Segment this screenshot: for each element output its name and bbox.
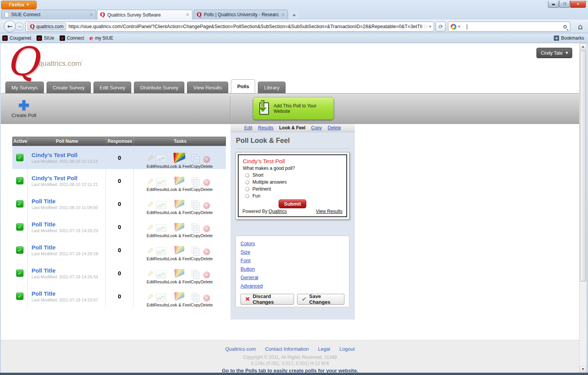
- panel-link-copy[interactable]: Copy: [311, 125, 322, 131]
- tab-my-surveys[interactable]: My Surveys: [5, 82, 44, 93]
- task-results[interactable]: Results: [154, 287, 168, 307]
- panel-link-look-feel[interactable]: Look & Feel: [279, 125, 305, 131]
- active-checkbox[interactable]: [16, 293, 23, 300]
- task-results[interactable]: Results: [154, 218, 168, 238]
- vertical-scrollbar[interactable]: ▲ ▼: [579, 43, 586, 373]
- reload-button[interactable]: ⟳: [436, 22, 446, 32]
- task-copy[interactable]: Copy: [190, 218, 200, 238]
- task-results[interactable]: Results: [154, 264, 168, 284]
- firefox-menu-button[interactable]: Firefox ▼: [1, 1, 37, 9]
- task-look-feel[interactable]: Look & Feel: [168, 241, 191, 261]
- browser-tab-siue-connect[interactable]: SIUE Connect ✕: [2, 10, 96, 19]
- task-delete[interactable]: Delete: [200, 287, 213, 307]
- settings-link-size[interactable]: Size: [241, 249, 344, 255]
- close-button[interactable]: ✕: [570, 1, 586, 8]
- settings-link-font[interactable]: Font: [241, 258, 344, 263]
- tab-close-icon[interactable]: ✕: [281, 12, 285, 17]
- tab-polls[interactable]: Polls: [231, 79, 255, 93]
- task-edit[interactable]: Edit: [147, 241, 154, 261]
- tab-create-survey[interactable]: Create Survey: [47, 82, 91, 93]
- forward-button[interactable]: →: [15, 22, 23, 31]
- task-copy[interactable]: Copy: [190, 287, 200, 307]
- poll-name-link[interactable]: Poll Title: [32, 290, 105, 297]
- tab-distribute-survey[interactable]: Distribute Survey: [134, 82, 184, 93]
- scroll-down-icon[interactable]: ▼: [580, 366, 586, 372]
- search-engine-dropdown-icon[interactable]: ▼: [458, 25, 460, 28]
- search-magnifier-icon[interactable]: [563, 25, 567, 28]
- panel-link-edit[interactable]: Edit: [244, 125, 252, 131]
- task-look-feel[interactable]: Look & Feel: [168, 264, 191, 284]
- back-button[interactable]: ←: [4, 20, 16, 32]
- tab-close-icon[interactable]: ✕: [90, 12, 93, 17]
- active-checkbox[interactable]: [16, 270, 23, 277]
- google-search-icon[interactable]: [451, 24, 456, 30]
- task-look-feel[interactable]: Look & Feel: [168, 172, 191, 192]
- panel-link-delete[interactable]: Delete: [328, 125, 341, 131]
- home-button[interactable]: ⌂: [575, 21, 585, 32]
- create-poll-button[interactable]: Create Poll: [6, 97, 42, 121]
- task-delete[interactable]: Delete: [200, 218, 213, 238]
- scroll-up-icon[interactable]: ▲: [580, 44, 586, 50]
- maximize-button[interactable]: ❐: [559, 1, 570, 8]
- search-box[interactable]: ▼: [448, 22, 570, 32]
- new-tab-button[interactable]: +: [289, 11, 299, 19]
- task-edit[interactable]: Edit: [147, 264, 154, 284]
- submit-button[interactable]: Submit: [279, 199, 306, 208]
- poll-name-link[interactable]: Cindy's Test Poll: [32, 175, 105, 181]
- scrollbar-thumb[interactable]: [580, 50, 586, 281]
- bookmark-star-icon[interactable]: ☆: [423, 23, 428, 30]
- radio-button[interactable]: [245, 187, 249, 191]
- url-dropdown-icon[interactable]: ▼: [429, 25, 431, 28]
- bookmark-my-siue[interactable]: e my SIUE: [89, 35, 113, 41]
- task-edit[interactable]: Edit: [147, 218, 154, 238]
- footer-link-logout[interactable]: Logout: [339, 346, 355, 352]
- task-results[interactable]: Results: [154, 195, 168, 215]
- radio-button[interactable]: [245, 173, 249, 177]
- panel-link-results[interactable]: Results: [258, 125, 273, 131]
- poll-name-link[interactable]: Cindy's Test Poll: [32, 152, 105, 158]
- task-results[interactable]: Results: [154, 149, 168, 169]
- task-look-feel[interactable]: Look & Feel: [168, 218, 191, 238]
- task-edit[interactable]: Edit: [147, 172, 154, 192]
- radio-button[interactable]: [245, 180, 249, 184]
- preview-option[interactable]: Short: [245, 172, 342, 178]
- task-delete[interactable]: Delete: [200, 172, 213, 192]
- active-checkbox[interactable]: [16, 246, 23, 254]
- active-checkbox[interactable]: [16, 223, 23, 231]
- task-results[interactable]: Results: [154, 172, 168, 192]
- active-checkbox[interactable]: [16, 177, 23, 184]
- task-copy[interactable]: Copy: [190, 195, 200, 215]
- task-delete[interactable]: Delete: [200, 241, 213, 261]
- add-poll-to-website-button[interactable]: Add This Poll to Your Website: [253, 97, 334, 120]
- poll-name-link[interactable]: Poll Title: [32, 198, 105, 204]
- task-look-feel[interactable]: Look & Feel: [168, 195, 191, 215]
- task-edit[interactable]: Edit: [147, 195, 154, 215]
- poll-name-link[interactable]: Poll Title: [32, 244, 105, 251]
- poll-name-link[interactable]: Poll Title: [32, 267, 105, 274]
- task-edit[interactable]: Edit: [147, 287, 154, 307]
- radio-button[interactable]: [245, 194, 249, 198]
- task-edit[interactable]: Edit: [147, 149, 154, 169]
- url-bar[interactable]: Q qualtrics.com https://siue.qualtrics.c…: [25, 22, 434, 32]
- view-results-link[interactable]: View Results: [316, 209, 342, 214]
- settings-link-button[interactable]: Button: [241, 266, 344, 272]
- settings-link-advanced[interactable]: Advanced: [241, 283, 344, 289]
- task-results[interactable]: Results: [154, 241, 168, 261]
- footer-link-legal[interactable]: Legal: [318, 346, 330, 352]
- site-identity-chip[interactable]: Q qualtrics.com: [27, 23, 66, 30]
- bookmark-connect[interactable]: e Connect: [60, 35, 84, 41]
- tab-view-results[interactable]: View Results: [187, 82, 228, 93]
- footer-link-contact[interactable]: Contact Information: [265, 346, 309, 352]
- task-look-feel[interactable]: Look & Feel: [168, 287, 191, 307]
- preview-option[interactable]: Fun: [245, 193, 342, 199]
- task-delete[interactable]: Delete: [200, 264, 213, 284]
- bookmarks-menu-button[interactable]: ★ Bookmarks: [554, 35, 586, 41]
- task-delete[interactable]: Delete: [200, 195, 213, 215]
- task-copy[interactable]: Copy: [190, 241, 200, 261]
- task-look-feel[interactable]: Look & Feel: [168, 149, 191, 169]
- task-copy[interactable]: Copy: [190, 172, 200, 192]
- footer-link-qualtrics[interactable]: Qualtrics.com: [225, 346, 256, 352]
- browser-tab-qualtrics[interactable]: Q Qualtrics Survey Software ✕: [97, 10, 192, 20]
- save-changes-button[interactable]: Save Changes: [297, 294, 344, 305]
- poll-name-link[interactable]: Poll Title: [32, 221, 105, 228]
